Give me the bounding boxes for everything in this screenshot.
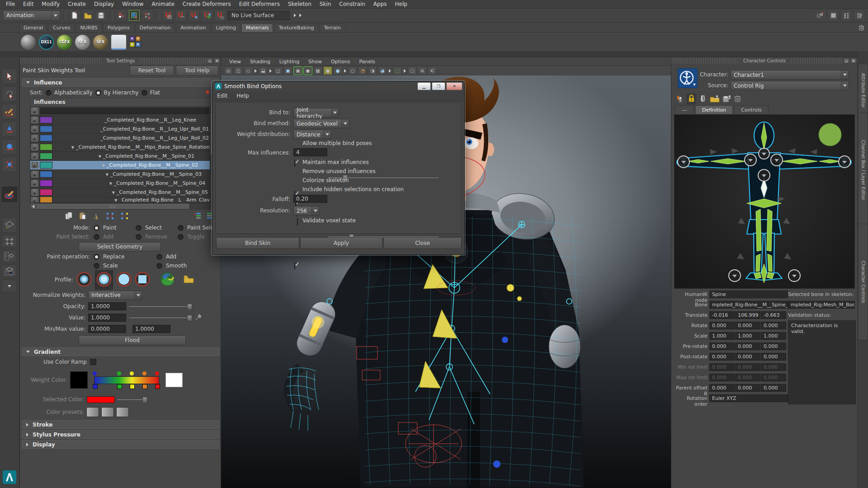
camera-attributes-icon[interactable]: ◫ bbox=[234, 66, 243, 75]
menu-window[interactable]: Window bbox=[118, 0, 147, 8]
min-value-field[interactable]: 0.0000 bbox=[88, 325, 126, 333]
toolbar-separator[interactable] bbox=[156, 11, 159, 20]
humanik-node-field[interactable]: Spine bbox=[709, 291, 788, 298]
lock-icon[interactable] bbox=[31, 197, 38, 203]
influence-row[interactable]: ▼_Completed_Rig:Bone__M__Spine_05 bbox=[30, 188, 210, 197]
influence-row[interactable]: _Completed_Rig:Bone__R__Leg_Knee bbox=[30, 116, 210, 125]
ramp-marker[interactable] bbox=[142, 371, 146, 375]
expand-arrow-icon[interactable] bbox=[294, 14, 296, 17]
save-skeleton-definition-icon[interactable] bbox=[722, 94, 731, 104]
create-character-icon[interactable] bbox=[675, 94, 684, 104]
parent-offset-y-field[interactable]: 0.000 bbox=[735, 384, 760, 392]
max-influences-field[interactable]: 4 bbox=[293, 148, 327, 156]
browse-brush-folder-icon[interactable] bbox=[184, 275, 194, 285]
influence-color-swatch[interactable] bbox=[40, 117, 52, 123]
shaderfx-silver-icon[interactable]: SFX bbox=[75, 35, 90, 50]
scale-tool-icon[interactable] bbox=[2, 157, 17, 172]
influence-color-swatch[interactable] bbox=[40, 144, 52, 150]
menu-skin[interactable]: Skin bbox=[316, 0, 335, 8]
selected-color-slider[interactable] bbox=[118, 396, 147, 403]
paint-op-add-radio[interactable] bbox=[156, 254, 162, 260]
tab-dashes[interactable]: --- bbox=[675, 105, 694, 114]
character-definition-view[interactable] bbox=[674, 114, 855, 289]
snap-together-icon[interactable] bbox=[814, 9, 826, 21]
save-scene-icon[interactable] bbox=[95, 9, 107, 21]
color-preset-swatch[interactable] bbox=[101, 407, 114, 417]
vp-menu-options[interactable]: Options bbox=[326, 59, 354, 65]
shelf-tab-lighting[interactable]: Lighting bbox=[212, 23, 241, 32]
menu-display[interactable]: Display bbox=[90, 0, 118, 8]
weight-color-ramp[interactable] bbox=[94, 376, 159, 384]
sphere-gray-icon[interactable]: ○ bbox=[348, 66, 357, 75]
toggle-channel-box-icon[interactable] bbox=[854, 9, 865, 21]
move-influences-icon[interactable] bbox=[106, 212, 115, 221]
xray-joints-icon[interactable]: ⧉ bbox=[418, 66, 427, 75]
panel-close-icon[interactable]: ✕ bbox=[850, 58, 857, 64]
selected-color-swatch[interactable] bbox=[87, 396, 115, 403]
lock-icon[interactable] bbox=[31, 126, 38, 132]
influence-hscrollbar[interactable]: ⣿⣿ bbox=[30, 203, 216, 209]
hammer-weights-icon[interactable] bbox=[92, 212, 100, 221]
menu-modify[interactable]: Modify bbox=[38, 0, 64, 8]
scrollbar-thumb[interactable]: ⣿⣿ bbox=[37, 204, 189, 209]
bookmark-icon[interactable]: ◇ bbox=[244, 66, 253, 75]
shelf-tab-texturebaking[interactable]: TextureBaking bbox=[274, 23, 318, 32]
influence-color-swatch[interactable] bbox=[40, 126, 52, 132]
toggle-attribute-editor-icon[interactable] bbox=[827, 9, 839, 21]
gradient-section-header[interactable]: Gradient bbox=[22, 347, 219, 356]
post-rotate-z-field[interactable]: 0.000 bbox=[761, 353, 786, 361]
scale-x-field[interactable]: 1.000 bbox=[709, 332, 735, 340]
lock-icon[interactable] bbox=[31, 144, 38, 150]
influence-row[interactable]: ▼_Completed_Rig:Bone__M__Hips_Base_Spine… bbox=[30, 143, 210, 152]
color-preset-swatch[interactable] bbox=[116, 407, 129, 417]
isolate-select-icon[interactable]: ⬚ bbox=[393, 66, 402, 75]
snap-point-icon[interactable] bbox=[188, 9, 200, 21]
value-slider[interactable] bbox=[129, 314, 192, 321]
weight-color-black-swatch[interactable] bbox=[70, 371, 88, 389]
post-rotate-x-field[interactable]: 0.000 bbox=[709, 353, 735, 361]
toggle-tool-settings-icon[interactable] bbox=[840, 9, 852, 21]
brush-soft-icon-selected[interactable] bbox=[95, 270, 113, 290]
shelf-tab-nurbs[interactable]: NURBS bbox=[76, 23, 102, 32]
influence-color-swatch[interactable] bbox=[40, 153, 52, 160]
menu-help[interactable]: Help bbox=[391, 0, 411, 8]
vp-menu-panels[interactable]: Panels bbox=[354, 59, 379, 65]
select-by-component-icon[interactable] bbox=[142, 9, 153, 21]
rotation-order-field[interactable]: Euler XYZ bbox=[709, 394, 788, 402]
vp-menu-lighting[interactable]: Lighting bbox=[275, 59, 304, 65]
menu-create[interactable]: Create bbox=[64, 0, 90, 8]
snap-projected-center-icon[interactable] bbox=[201, 9, 213, 21]
rotate-z-field[interactable]: 0.000 bbox=[761, 322, 786, 329]
stroke-section-header[interactable]: Stroke bbox=[22, 420, 219, 429]
ramp-marker[interactable] bbox=[130, 384, 135, 389]
ramp-marker[interactable] bbox=[117, 384, 122, 389]
scale-y-field[interactable]: 1.000 bbox=[735, 332, 760, 340]
close-button[interactable]: Close bbox=[383, 237, 462, 249]
shelf-tab-general[interactable]: General bbox=[19, 23, 47, 32]
shadows-icon[interactable]: ● bbox=[333, 66, 342, 75]
eyedropper-icon[interactable] bbox=[195, 314, 202, 322]
select-by-hierarchy-icon[interactable] bbox=[115, 9, 127, 21]
bind-to-dropdown[interactable]: Joint hierarchy bbox=[293, 108, 339, 117]
layout-single-pane-icon[interactable] bbox=[2, 217, 17, 233]
influence-row-selected[interactable]: ▼_Completed_Rig:Bone__M__Spine_02 bbox=[30, 161, 210, 170]
lock-icon[interactable] bbox=[31, 117, 38, 123]
ramp-marker[interactable] bbox=[93, 371, 97, 375]
tool-help-button[interactable]: Tool Help bbox=[176, 66, 218, 76]
sphere-orange-icon[interactable]: ◔ bbox=[358, 66, 367, 75]
parent-offset-z-field[interactable]: 0.000 bbox=[761, 384, 786, 392]
rotate-x-field[interactable]: 0.000 bbox=[709, 322, 735, 329]
paint-op-scale-radio[interactable] bbox=[94, 263, 99, 269]
lock-icon[interactable] bbox=[31, 171, 38, 178]
normalize-weights-dropdown[interactable]: Interactive bbox=[88, 291, 142, 300]
value-field[interactable]: 1.0000 bbox=[88, 314, 126, 322]
lock-character-icon[interactable] bbox=[687, 94, 696, 104]
shelf-tab-curves[interactable]: Curves bbox=[48, 23, 75, 32]
rotate-y-field[interactable]: 0.000 bbox=[735, 322, 760, 329]
influence-color-swatch[interactable] bbox=[40, 171, 52, 178]
opacity-slider[interactable] bbox=[129, 303, 192, 310]
brush-solid-icon[interactable] bbox=[116, 272, 132, 288]
tool-settings-titlebar[interactable]: Tool Settings ▫✕ bbox=[20, 57, 221, 64]
layout-four-pane-icon[interactable] bbox=[2, 235, 17, 248]
dialog-menu-edit[interactable]: Edit bbox=[212, 93, 232, 99]
